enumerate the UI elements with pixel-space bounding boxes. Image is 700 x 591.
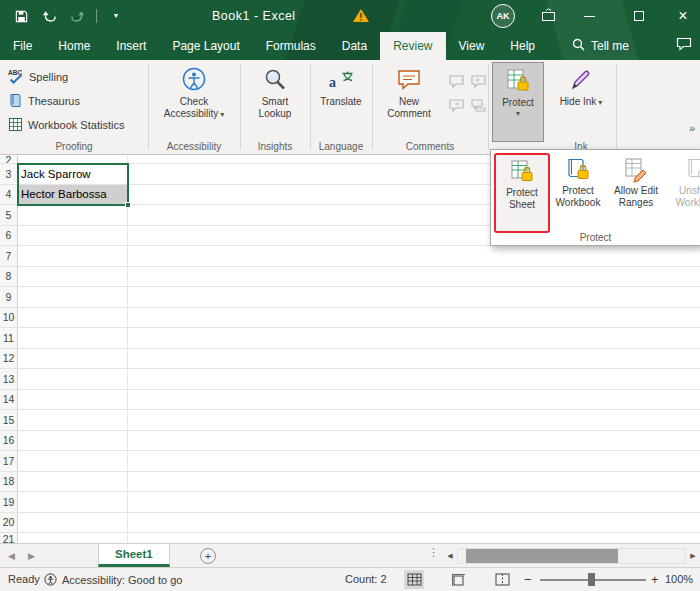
ribbon-display-options-icon[interactable] bbox=[541, 8, 556, 26]
row-header-8[interactable]: 8 bbox=[0, 267, 18, 287]
cell-A15[interactable] bbox=[18, 410, 128, 430]
tab-insert[interactable]: Insert bbox=[103, 32, 159, 60]
spelling-button[interactable]: ABC Spelling bbox=[0, 65, 148, 89]
scroll-right-icon[interactable]: ▶ bbox=[686, 548, 700, 564]
cells-right-of-A-row-8[interactable] bbox=[128, 267, 700, 287]
cell-A18[interactable] bbox=[18, 472, 128, 492]
previous-comment-icon[interactable] bbox=[468, 70, 488, 92]
unshare-workbook-button[interactable]: Unshare Workbook bbox=[668, 153, 700, 229]
ribbon-overflow-icon[interactable]: » bbox=[689, 122, 695, 134]
smart-lookup-button[interactable]: Smart Lookup bbox=[246, 62, 304, 120]
scroll-left-icon[interactable]: ◀ bbox=[443, 548, 457, 564]
cells-right-of-A-row-20[interactable] bbox=[128, 513, 700, 533]
workbook-statistics-button[interactable]: Workbook Statistics bbox=[0, 113, 148, 137]
cell-A7[interactable] bbox=[18, 246, 128, 266]
row-header-6[interactable]: 6 bbox=[0, 226, 18, 246]
row-header-13[interactable]: 13 bbox=[0, 369, 18, 389]
tab-page-layout[interactable]: Page Layout bbox=[159, 32, 252, 60]
cells-right-of-A-row-21[interactable] bbox=[128, 533, 700, 543]
protect-sheet-button[interactable]: Protect Sheet bbox=[496, 155, 548, 231]
tab-home[interactable]: Home bbox=[45, 32, 103, 60]
tell-me-box[interactable]: Tell me bbox=[572, 32, 629, 60]
tab-scroll-dots-icon[interactable]: ⋮ bbox=[428, 546, 439, 559]
cell-A2[interactable] bbox=[18, 156, 128, 163]
cell-A6[interactable] bbox=[18, 226, 128, 246]
row-header-21[interactable]: 21 bbox=[0, 533, 18, 543]
cells-right-of-A-row-9[interactable] bbox=[128, 287, 700, 307]
cell-A12[interactable] bbox=[18, 349, 128, 369]
tab-data[interactable]: Data bbox=[329, 32, 380, 60]
thesaurus-button[interactable]: Thesaurus bbox=[0, 89, 148, 113]
row-header-15[interactable]: 15 bbox=[0, 410, 18, 430]
tab-review[interactable]: Review bbox=[380, 32, 445, 60]
cell-A17[interactable] bbox=[18, 451, 128, 471]
normal-view-button[interactable] bbox=[404, 570, 424, 589]
avatar[interactable]: AK bbox=[491, 4, 515, 28]
close-button[interactable]: × bbox=[662, 0, 700, 32]
tab-view[interactable]: View bbox=[446, 32, 498, 60]
row-header-5[interactable]: 5 bbox=[0, 205, 18, 225]
cells-right-of-A-row-18[interactable] bbox=[128, 472, 700, 492]
cells-right-of-A-row-15[interactable] bbox=[128, 410, 700, 430]
cells-right-of-A-row-13[interactable] bbox=[128, 369, 700, 389]
row-header-11[interactable]: 11 bbox=[0, 328, 18, 348]
cell-A5[interactable] bbox=[18, 205, 128, 225]
tab-formulas[interactable]: Formulas bbox=[253, 32, 329, 60]
accessibility-status[interactable]: Accessibility: Good to go bbox=[44, 568, 182, 591]
scrollbar-track[interactable] bbox=[457, 548, 686, 564]
row-header-19[interactable]: 19 bbox=[0, 492, 18, 512]
row-header-4[interactable]: 4 bbox=[0, 185, 18, 205]
row-header-18[interactable]: 18 bbox=[0, 472, 18, 492]
minimize-button[interactable] bbox=[568, 0, 610, 32]
show-comments-icon[interactable] bbox=[468, 94, 488, 116]
cell-A20[interactable] bbox=[18, 513, 128, 533]
cell-A8[interactable] bbox=[18, 267, 128, 287]
check-accessibility-button[interactable]: Check Accessibility bbox=[156, 62, 232, 121]
sheet-tab-sheet1[interactable]: Sheet1 bbox=[98, 544, 170, 567]
sheet-nav-next-icon[interactable]: ▶ bbox=[28, 544, 35, 568]
horizontal-scrollbar[interactable]: ◀ ▶ bbox=[443, 548, 700, 564]
row-header-17[interactable]: 17 bbox=[0, 451, 18, 471]
save-icon[interactable] bbox=[12, 7, 30, 25]
cells-right-of-A-row-10[interactable] bbox=[128, 308, 700, 328]
cell-A3[interactable]: Jack Sparrow bbox=[18, 164, 128, 184]
zoom-level[interactable]: 100% bbox=[665, 568, 693, 591]
row-header-20[interactable]: 20 bbox=[0, 513, 18, 533]
row-header-12[interactable]: 12 bbox=[0, 349, 18, 369]
tab-help[interactable]: Help bbox=[497, 32, 548, 60]
translate-button[interactable]: a Translate bbox=[314, 62, 368, 108]
row-header-16[interactable]: 16 bbox=[0, 431, 18, 451]
cell-A9[interactable] bbox=[18, 287, 128, 307]
cells-right-of-A-row-19[interactable] bbox=[128, 492, 700, 512]
sheet-nav-prev-icon[interactable]: ◀ bbox=[8, 544, 15, 568]
cell-A19[interactable] bbox=[18, 492, 128, 512]
row-header-10[interactable]: 10 bbox=[0, 308, 18, 328]
allow-edit-ranges-button[interactable]: Allow Edit Ranges bbox=[606, 153, 666, 229]
zoom-slider-thumb[interactable] bbox=[588, 573, 595, 586]
row-header-7[interactable]: 7 bbox=[0, 246, 18, 266]
tab-file[interactable]: File bbox=[0, 32, 45, 60]
cell-A21[interactable] bbox=[18, 533, 128, 543]
cells-right-of-A-row-17[interactable] bbox=[128, 451, 700, 471]
page-break-view-button[interactable] bbox=[492, 570, 512, 589]
warning-icon[interactable] bbox=[352, 8, 370, 27]
cell-A16[interactable] bbox=[18, 431, 128, 451]
row-header-14[interactable]: 14 bbox=[0, 390, 18, 410]
cell-A10[interactable] bbox=[18, 308, 128, 328]
protect-workbook-button[interactable]: Protect Workbook bbox=[552, 153, 604, 229]
cells-right-of-A-row-14[interactable] bbox=[128, 390, 700, 410]
cells-right-of-A-row-11[interactable] bbox=[128, 328, 700, 348]
cells-right-of-A-row-7[interactable] bbox=[128, 246, 700, 266]
cells-right-of-A-row-16[interactable] bbox=[128, 431, 700, 451]
fill-handle[interactable] bbox=[125, 202, 131, 208]
cell-A11[interactable] bbox=[18, 328, 128, 348]
row-header-3[interactable]: 3 bbox=[0, 164, 18, 184]
cell-A13[interactable] bbox=[18, 369, 128, 389]
delete-comment-icon[interactable] bbox=[446, 70, 466, 92]
customize-qat-caret-icon[interactable]: ▾ bbox=[107, 7, 125, 25]
new-comment-button[interactable]: New Comment bbox=[378, 62, 440, 120]
hide-ink-button[interactable]: Hide Ink bbox=[556, 62, 606, 109]
cells-right-of-A-row-12[interactable] bbox=[128, 349, 700, 369]
row-header-2[interactable]: 2 bbox=[0, 156, 18, 163]
cell-A14[interactable] bbox=[18, 390, 128, 410]
